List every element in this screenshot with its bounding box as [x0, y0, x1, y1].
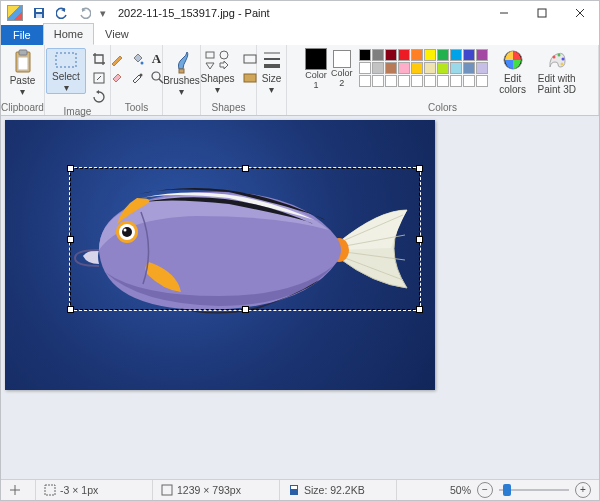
svg-rect-38	[45, 485, 55, 495]
palette-swatch[interactable]	[372, 75, 384, 87]
selection-marquee[interactable]	[69, 167, 421, 311]
select-tool-button[interactable]: Select ▾	[46, 48, 86, 94]
selection-size-segment: -3 × 1px	[36, 480, 153, 500]
image-group-label: Image	[64, 106, 92, 118]
palette-swatch[interactable]	[359, 62, 371, 74]
palette-swatch[interactable]	[398, 75, 410, 87]
palette-swatch[interactable]	[411, 75, 423, 87]
pencil-tool[interactable]	[107, 50, 127, 68]
palette-swatch[interactable]	[463, 62, 475, 74]
palette-swatch[interactable]	[424, 49, 436, 61]
svg-rect-10	[56, 53, 76, 67]
palette-swatch[interactable]	[385, 49, 397, 61]
palette-swatch[interactable]	[476, 62, 488, 74]
fill-tool[interactable]	[127, 50, 147, 68]
zoom-level-label: 50%	[450, 484, 471, 496]
edit-colors-button[interactable]: Editcolors	[494, 47, 532, 95]
svg-point-29	[560, 63, 563, 66]
size-button[interactable]: Size ▾	[253, 47, 291, 95]
cursor-position-icon	[1, 480, 36, 500]
svg-rect-17	[206, 52, 214, 58]
file-size-segment: Size: 92.2KB	[280, 480, 397, 500]
qat-redo-button[interactable]	[75, 4, 95, 22]
colors-group-label: Colors	[428, 102, 457, 114]
palette-swatch[interactable]	[437, 75, 449, 87]
palette-swatch[interactable]	[463, 75, 475, 87]
palette-swatch[interactable]	[437, 49, 449, 61]
svg-point-18	[220, 51, 228, 59]
svg-point-28	[561, 58, 564, 61]
palette-swatch[interactable]	[411, 62, 423, 74]
color-2-button[interactable]: Color2	[331, 48, 353, 88]
tools-group-label: Tools	[125, 102, 148, 114]
svg-rect-16	[179, 69, 184, 73]
zoom-in-button[interactable]: +	[575, 482, 591, 498]
palette-swatch[interactable]	[398, 49, 410, 61]
svg-rect-4	[538, 9, 546, 17]
eraser-tool[interactable]	[107, 68, 127, 86]
color-1-button[interactable]: Color1	[305, 48, 327, 90]
palette-swatch[interactable]	[385, 75, 397, 87]
zoom-slider[interactable]	[499, 489, 569, 491]
clipboard-group-label: Clipboard	[1, 102, 44, 114]
edit-with-paint3d-button[interactable]: Edit withPaint 3D	[534, 47, 580, 95]
svg-rect-2	[36, 14, 42, 18]
view-tab[interactable]: View	[94, 23, 140, 45]
paste-button[interactable]: Paste ▾	[4, 47, 42, 97]
palette-swatch[interactable]	[450, 49, 462, 61]
palette-swatch[interactable]	[424, 75, 436, 87]
canvas[interactable]	[5, 120, 435, 390]
shapes-group-label: Shapes	[212, 102, 246, 114]
maximize-button[interactable]	[523, 1, 561, 25]
palette-swatch[interactable]	[476, 75, 488, 87]
palette-swatch[interactable]	[424, 62, 436, 74]
svg-point-13	[139, 74, 142, 77]
svg-rect-1	[36, 9, 42, 12]
svg-rect-9	[18, 57, 28, 70]
qat-undo-button[interactable]	[52, 4, 72, 22]
color-palette[interactable]	[359, 47, 488, 87]
qat-save-button[interactable]	[29, 4, 49, 22]
svg-rect-39	[162, 485, 172, 495]
palette-swatch[interactable]	[476, 49, 488, 61]
shapes-gallery[interactable]: Shapes ▾	[197, 47, 239, 95]
palette-swatch[interactable]	[398, 62, 410, 74]
color-picker-tool[interactable]	[127, 68, 147, 86]
palette-swatch[interactable]	[437, 62, 449, 74]
image-size-segment: 1239 × 793px	[153, 480, 280, 500]
svg-rect-8	[19, 50, 27, 55]
minimize-button[interactable]	[485, 1, 523, 25]
palette-swatch[interactable]	[372, 62, 384, 74]
zoom-out-button[interactable]: −	[477, 482, 493, 498]
window-title: 2022-11-15_153917.jpg - Paint	[108, 7, 485, 19]
qat-customize-dropdown[interactable]: ▾	[98, 7, 108, 20]
palette-swatch[interactable]	[359, 75, 371, 87]
home-tab[interactable]: Home	[43, 23, 94, 45]
close-button[interactable]	[561, 1, 599, 25]
palette-swatch[interactable]	[372, 49, 384, 61]
palette-swatch[interactable]	[450, 75, 462, 87]
svg-point-26	[552, 56, 555, 59]
palette-swatch[interactable]	[385, 62, 397, 74]
palette-swatch[interactable]	[450, 62, 462, 74]
palette-swatch[interactable]	[411, 49, 423, 61]
file-tab[interactable]: File	[1, 25, 43, 45]
svg-point-27	[557, 54, 560, 57]
svg-point-12	[140, 62, 143, 65]
svg-rect-41	[291, 486, 297, 489]
palette-swatch[interactable]	[463, 49, 475, 61]
app-icon	[7, 5, 23, 21]
palette-swatch[interactable]	[359, 49, 371, 61]
